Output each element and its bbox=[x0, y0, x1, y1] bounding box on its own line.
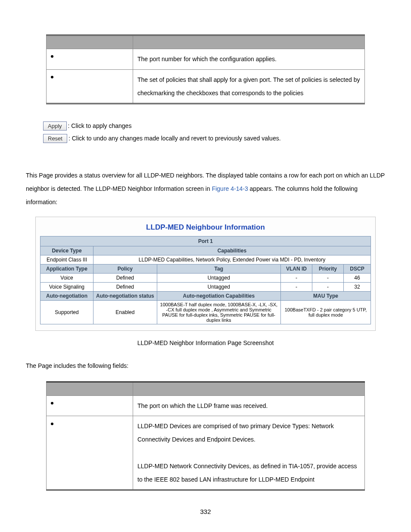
app-row-c5: - bbox=[312, 273, 344, 282]
bullet-icon bbox=[51, 402, 53, 404]
table-row: The port on which the LLDP frame was rec… bbox=[47, 395, 365, 416]
policy-header: Policy bbox=[93, 264, 157, 273]
capabilities-value: LLDP-MED Capabilities, Network Policy, E… bbox=[93, 255, 371, 264]
auto-neg-value: Supported bbox=[40, 300, 93, 324]
auto-neg-status-header: Auto-negotiation status bbox=[93, 291, 157, 300]
reset-button-row: Reset: Click to undo any changes made lo… bbox=[43, 134, 385, 143]
fields-intro: The Page includes the following fields: bbox=[26, 359, 385, 373]
app-row-c3: Untagged bbox=[157, 273, 280, 282]
app-row-c6: 32 bbox=[344, 282, 371, 291]
capabilities-header: Capabilities bbox=[93, 246, 371, 255]
tag-header: Tag bbox=[157, 264, 280, 273]
bullet-icon bbox=[51, 423, 53, 425]
row-desc: LLDP-MED Devices are comprised of two pr… bbox=[133, 416, 365, 490]
table-row: LLDP-MED Devices are comprised of two pr… bbox=[47, 416, 365, 490]
app-row-c1: Voice Signaling bbox=[40, 282, 93, 291]
dscp-header: DSCP bbox=[344, 264, 371, 273]
row-desc: The port number for which the configurat… bbox=[133, 49, 365, 70]
intro-paragraph: This Page provides a status overview for… bbox=[26, 169, 385, 208]
app-row-c1: Voice bbox=[40, 273, 93, 282]
figure-ref: Figure 4-14-3 bbox=[212, 185, 248, 192]
table-row: The port number for which the configurat… bbox=[47, 49, 365, 70]
table-header-row bbox=[47, 382, 365, 395]
auto-neg-status-value: Enabled bbox=[93, 300, 157, 324]
screenshot-panel: LLDP-MED Neighbour Information Port 1 De… bbox=[35, 217, 376, 331]
reset-button[interactable]: Reset bbox=[43, 134, 67, 143]
row-desc-p2: LLDP-MED Network Connectivity Devices, a… bbox=[137, 463, 357, 483]
row-desc-p1: LLDP-MED Devices are comprised of two pr… bbox=[137, 423, 334, 443]
table-row: The set of policies that shall apply for… bbox=[47, 69, 365, 104]
app-row-c2: Defined bbox=[93, 282, 157, 291]
row-desc: The port on which the LLDP frame was rec… bbox=[133, 395, 365, 416]
row-desc: The set of policies that shall apply for… bbox=[133, 69, 365, 104]
app-row-c4: - bbox=[281, 282, 312, 291]
auto-neg-header: Auto-negotiation bbox=[40, 291, 93, 300]
device-type-value: Endpoint Class III bbox=[40, 255, 93, 264]
device-type-header: Device Type bbox=[40, 246, 93, 255]
app-row-c6: 46 bbox=[344, 273, 371, 282]
auto-neg-caps-header: Auto-negotiation Capabilities bbox=[157, 291, 280, 300]
auto-neg-caps-value: 1000BASE-T half duplex mode, 1000BASE-X,… bbox=[157, 300, 280, 324]
mau-type-value: 100BaseTXFD - 2 pair category 5 UTP, ful… bbox=[281, 300, 371, 324]
apply-button[interactable]: Apply bbox=[43, 121, 67, 131]
app-row-c3: Untagged bbox=[157, 282, 280, 291]
reset-desc: : Click to undo any changes made locally… bbox=[68, 135, 281, 142]
apply-desc: : Click to apply changes bbox=[68, 122, 132, 129]
priority-header: Priority bbox=[312, 264, 344, 273]
apply-button-row: Apply: Click to apply changes bbox=[43, 121, 385, 131]
app-row-c4: - bbox=[281, 273, 312, 282]
screenshot-caption: LLDP-MED Neighbor Information Page Scree… bbox=[26, 339, 385, 346]
port-header: Port 1 bbox=[40, 236, 371, 246]
bullet-icon bbox=[51, 76, 53, 78]
bullet-icon bbox=[51, 55, 53, 58]
top-config-table: The port number for which the configurat… bbox=[46, 34, 365, 104]
app-type-header: Application Type bbox=[40, 264, 93, 273]
bottom-fields-table: The port on which the LLDP frame was rec… bbox=[46, 381, 365, 491]
lldp-med-table: Port 1 Device Type Capabilities Endpoint… bbox=[40, 236, 371, 324]
table-header-row bbox=[47, 35, 365, 49]
app-row-c5: - bbox=[312, 282, 344, 291]
mau-type-header: MAU Type bbox=[281, 291, 371, 300]
page-number: 332 bbox=[26, 508, 385, 515]
screenshot-title: LLDP-MED Neighbour Information bbox=[40, 221, 371, 236]
vlan-id-header: VLAN ID bbox=[281, 264, 312, 273]
app-row-c2: Defined bbox=[93, 273, 157, 282]
